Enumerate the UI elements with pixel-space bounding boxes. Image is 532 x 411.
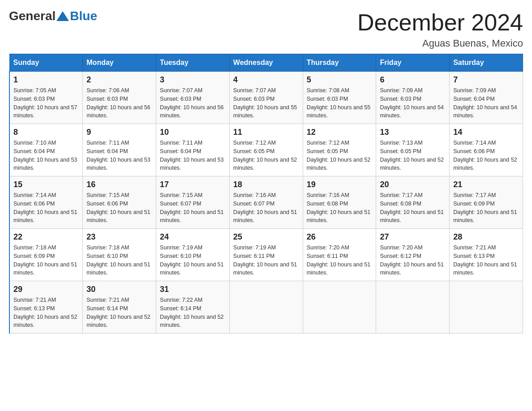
calendar-table: SundayMondayTuesdayWednesdayThursdayFrid… [9,54,523,334]
day-info: Sunrise: 7:10 AMSunset: 6:04 PMDaylight:… [13,139,79,172]
day-number: 27 [380,232,446,242]
calendar-cell: 27Sunrise: 7:20 AMSunset: 6:12 PMDayligh… [376,229,450,281]
day-info: Sunrise: 7:21 AMSunset: 6:13 PMDaylight:… [453,244,519,277]
calendar-cell: 2Sunrise: 7:06 AMSunset: 6:03 PMDaylight… [83,72,156,124]
day-info: Sunrise: 7:21 AMSunset: 6:14 PMDaylight:… [86,296,152,330]
day-number: 15 [13,180,79,189]
calendar-cell: 1Sunrise: 7:05 AMSunset: 6:03 PMDaylight… [9,72,83,124]
day-info: Sunrise: 7:17 AMSunset: 6:09 PMDaylight:… [453,191,519,225]
calendar-cell: 7Sunrise: 7:09 AMSunset: 6:04 PMDaylight… [450,72,523,124]
day-info: Sunrise: 7:19 AMSunset: 6:11 PMDaylight:… [233,244,299,277]
day-number: 12 [307,128,373,137]
day-number: 28 [453,232,519,242]
calendar-week-4: 22Sunrise: 7:18 AMSunset: 6:09 PMDayligh… [9,229,523,281]
day-header-monday: Monday [83,54,156,72]
calendar-cell: 4Sunrise: 7:07 AMSunset: 6:03 PMDaylight… [229,72,303,124]
day-info: Sunrise: 7:20 AMSunset: 6:12 PMDaylight:… [380,244,446,277]
day-number: 2 [86,75,152,85]
day-number: 7 [453,75,519,85]
day-info: Sunrise: 7:12 AMSunset: 6:05 PMDaylight:… [233,139,299,172]
calendar-cell: 3Sunrise: 7:07 AMSunset: 6:03 PMDaylight… [156,72,230,124]
day-header-friday: Friday [376,54,450,72]
calendar-cell [303,281,376,334]
day-info: Sunrise: 7:07 AMSunset: 6:03 PMDaylight:… [233,86,299,120]
day-info: Sunrise: 7:16 AMSunset: 6:08 PMDaylight:… [307,191,373,225]
day-info: Sunrise: 7:18 AMSunset: 6:09 PMDaylight:… [13,244,79,277]
day-info: Sunrise: 7:21 AMSunset: 6:13 PMDaylight:… [13,296,79,330]
calendar-cell: 28Sunrise: 7:21 AMSunset: 6:13 PMDayligh… [450,229,523,281]
day-info: Sunrise: 7:17 AMSunset: 6:08 PMDaylight:… [380,191,446,225]
day-info: Sunrise: 7:08 AMSunset: 6:03 PMDaylight:… [307,86,373,120]
calendar-cell [450,281,523,334]
day-number: 25 [233,232,299,242]
day-number: 20 [380,180,446,189]
calendar-cell: 30Sunrise: 7:21 AMSunset: 6:14 PMDayligh… [83,281,156,334]
page-header: General Blue December 2024 Aguas Buenas,… [9,9,523,49]
day-header-saturday: Saturday [450,54,523,72]
day-number: 9 [86,128,152,137]
calendar-week-3: 15Sunrise: 7:14 AMSunset: 6:06 PMDayligh… [9,176,523,229]
calendar-cell: 12Sunrise: 7:12 AMSunset: 6:05 PMDayligh… [303,124,376,176]
calendar-cell: 6Sunrise: 7:09 AMSunset: 6:03 PMDaylight… [376,72,450,124]
day-info: Sunrise: 7:22 AMSunset: 6:14 PMDaylight:… [160,296,226,330]
calendar-cell: 31Sunrise: 7:22 AMSunset: 6:14 PMDayligh… [156,281,230,334]
day-number: 19 [307,180,373,189]
day-info: Sunrise: 7:14 AMSunset: 6:06 PMDaylight:… [453,139,519,172]
calendar-cell: 8Sunrise: 7:10 AMSunset: 6:04 PMDaylight… [9,124,83,176]
day-number: 24 [160,232,226,242]
logo-blue: Blue [70,9,97,23]
calendar-cell: 10Sunrise: 7:11 AMSunset: 6:04 PMDayligh… [156,124,230,176]
day-info: Sunrise: 7:20 AMSunset: 6:11 PMDaylight:… [307,244,373,277]
calendar-week-1: 1Sunrise: 7:05 AMSunset: 6:03 PMDaylight… [9,72,523,124]
logo-triangle-icon [56,11,69,21]
calendar-cell: 19Sunrise: 7:16 AMSunset: 6:08 PMDayligh… [303,176,376,229]
location: Aguas Buenas, Mexico [357,38,523,49]
day-info: Sunrise: 7:05 AMSunset: 6:03 PMDaylight:… [13,86,79,120]
calendar-cell: 22Sunrise: 7:18 AMSunset: 6:09 PMDayligh… [9,229,83,281]
day-number: 11 [233,128,299,137]
calendar-cell: 20Sunrise: 7:17 AMSunset: 6:08 PMDayligh… [376,176,450,229]
day-info: Sunrise: 7:16 AMSunset: 6:07 PMDaylight:… [233,191,299,225]
day-number: 18 [233,180,299,189]
day-number: 17 [160,180,226,189]
day-number: 16 [86,180,152,189]
day-header-wednesday: Wednesday [229,54,303,72]
day-info: Sunrise: 7:11 AMSunset: 6:04 PMDaylight:… [86,139,152,172]
day-number: 10 [160,128,226,137]
day-number: 1 [13,75,79,85]
day-info: Sunrise: 7:15 AMSunset: 6:06 PMDaylight:… [86,191,152,225]
calendar-cell: 23Sunrise: 7:18 AMSunset: 6:10 PMDayligh… [83,229,156,281]
day-number: 21 [453,180,519,189]
month-title: December 2024 [357,9,523,36]
logo-general: General [9,9,56,23]
calendar-cell: 16Sunrise: 7:15 AMSunset: 6:06 PMDayligh… [83,176,156,229]
day-info: Sunrise: 7:06 AMSunset: 6:03 PMDaylight:… [86,86,152,120]
day-info: Sunrise: 7:13 AMSunset: 6:05 PMDaylight:… [380,139,446,172]
day-info: Sunrise: 7:07 AMSunset: 6:03 PMDaylight:… [160,86,226,120]
day-info: Sunrise: 7:12 AMSunset: 6:05 PMDaylight:… [307,139,373,172]
day-info: Sunrise: 7:19 AMSunset: 6:10 PMDaylight:… [160,244,226,277]
day-info: Sunrise: 7:11 AMSunset: 6:04 PMDaylight:… [160,139,226,172]
day-number: 22 [13,232,79,242]
calendar-cell: 18Sunrise: 7:16 AMSunset: 6:07 PMDayligh… [229,176,303,229]
calendar-cell [229,281,303,334]
calendar-cell: 21Sunrise: 7:17 AMSunset: 6:09 PMDayligh… [450,176,523,229]
calendar-cell: 29Sunrise: 7:21 AMSunset: 6:13 PMDayligh… [9,281,83,334]
calendar-body: 1Sunrise: 7:05 AMSunset: 6:03 PMDaylight… [9,72,523,334]
calendar-cell: 14Sunrise: 7:14 AMSunset: 6:06 PMDayligh… [450,124,523,176]
day-info: Sunrise: 7:15 AMSunset: 6:07 PMDaylight:… [160,191,226,225]
calendar-week-2: 8Sunrise: 7:10 AMSunset: 6:04 PMDaylight… [9,124,523,176]
day-number: 31 [160,285,226,294]
calendar-cell: 17Sunrise: 7:15 AMSunset: 6:07 PMDayligh… [156,176,230,229]
day-number: 6 [380,75,446,85]
calendar-week-5: 29Sunrise: 7:21 AMSunset: 6:13 PMDayligh… [9,281,523,334]
day-number: 3 [160,75,226,85]
day-number: 5 [307,75,373,85]
day-header-thursday: Thursday [303,54,376,72]
calendar-cell: 11Sunrise: 7:12 AMSunset: 6:05 PMDayligh… [229,124,303,176]
day-info: Sunrise: 7:14 AMSunset: 6:06 PMDaylight:… [13,191,79,225]
day-number: 26 [307,232,373,242]
day-info: Sunrise: 7:09 AMSunset: 6:03 PMDaylight:… [380,86,446,120]
day-header-sunday: Sunday [9,54,83,72]
day-number: 29 [13,285,79,294]
